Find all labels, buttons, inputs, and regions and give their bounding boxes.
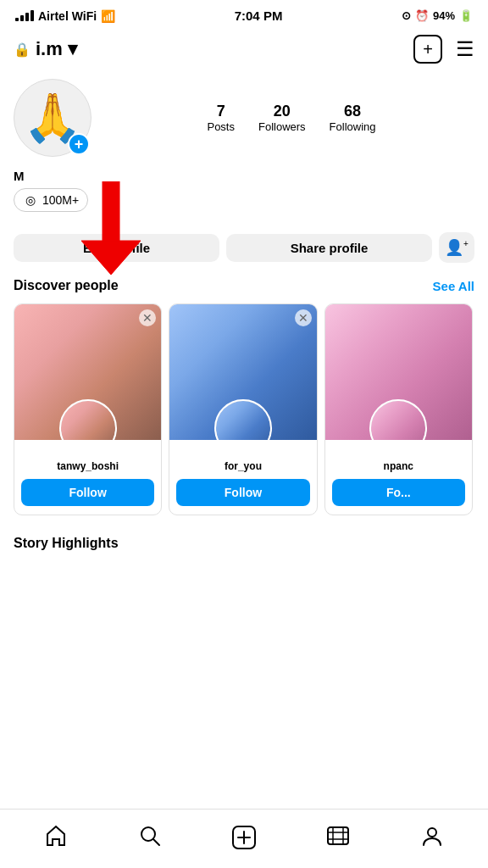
username-header[interactable]: 🔒 i.m ▾ [14,38,77,60]
add-icon: + [423,40,433,59]
card-cover-1: ✕ [14,304,161,440]
arrow-annotation [14,224,474,232]
stats-row: 7 Posts 20 Followers 68 Following [108,103,474,133]
carrier-label: Airtel WiFi [38,9,97,23]
following-stat[interactable]: 68 Following [330,103,376,133]
following-label: Following [330,120,376,133]
wifi-icon: 📶 [101,9,115,23]
home-icon [44,824,68,854]
status-right: ⊙ ⏰ 94% 🔋 [402,9,473,22]
card-cover-3 [325,304,472,440]
menu-button[interactable]: ☰ [456,37,474,61]
followers-label: Followers [258,120,306,133]
card-cover-2: ✕ [169,304,316,440]
threads-count: 100M+ [42,193,79,207]
profile-section: 🙏 + 7 Posts 20 Followers 68 Following M … [0,72,488,263]
person-card-1: ✕ tanwy_boshi Follow [14,303,162,515]
nav-search[interactable] [129,818,171,860]
nav-add[interactable] [223,818,265,860]
avatar-wrapper[interactable]: 🙏 + [14,79,92,157]
display-name: M [14,169,474,183]
card-content-2: for_you Follow [169,440,316,506]
discover-title: Discover people [14,278,119,293]
follow-button-1[interactable]: Follow [21,479,154,506]
profile-username: i.m [36,38,63,60]
share-profile-button[interactable]: Share profile [226,234,432,262]
highlights-title: Story Highlights [14,536,119,550]
threads-icon: ◎ [23,192,38,208]
new-post-button[interactable]: + [413,35,442,64]
posts-stat[interactable]: 7 Posts [207,103,235,133]
lock-icon: 🔒 [14,42,30,58]
add-post-icon [231,825,257,854]
svg-rect-7 [328,827,348,844]
followers-stat[interactable]: 20 Followers [258,103,306,133]
card-username-2: for_you [176,460,309,472]
edit-profile-button[interactable]: Edit Profile [14,234,219,262]
close-card-2[interactable]: ✕ [295,309,312,326]
card-username-1: tanwy_boshi [21,460,154,472]
followers-count: 20 [274,103,291,120]
people-cards: ✕ tanwy_boshi Follow ✕ for_you Foll [14,303,474,515]
status-bar: Airtel WiFi 📶 7:04 PM ⊙ ⏰ 94% 🔋 [0,0,488,28]
svg-line-3 [153,839,159,845]
svg-point-8 [428,828,436,837]
card-username-3: npanc [332,460,465,472]
discover-header: Discover people See All [14,278,474,293]
profile-top: 🙏 + 7 Posts 20 Followers 68 Following [14,79,474,157]
action-buttons: Edit Profile Share profile 👤+ [14,232,474,263]
svg-rect-0 [103,181,119,241]
person-card-2: ✕ for_you Follow [169,303,317,515]
person-card-3: npanc Fo... [324,303,473,515]
header: 🔒 i.m ▾ + ☰ [0,28,488,72]
discover-section: Discover people See All ✕ tanwy_boshi Fo… [0,263,488,524]
following-count: 68 [344,103,361,120]
see-all-button[interactable]: See All [433,279,474,293]
status-left: Airtel WiFi 📶 [15,9,115,23]
card-content-3: npanc Fo... [325,440,472,506]
follow-button-2[interactable]: Follow [176,479,309,506]
signal-bars [15,10,34,21]
posts-count: 7 [217,103,225,120]
nav-reels[interactable] [317,818,359,860]
threads-badge[interactable]: ◎ 100M+ [14,188,88,212]
card-content-1: tanwy_boshi Follow [14,440,161,506]
alarm-icon: ⏰ [415,9,429,22]
highlights-section: Story Highlights [0,524,488,559]
nav-home[interactable] [35,818,77,860]
battery-label: 94% [433,9,455,22]
profile-icon [420,824,444,854]
add-friend-icon: 👤+ [445,238,469,257]
time-display: 7:04 PM [235,8,283,23]
add-friend-button[interactable]: 👤+ [439,232,474,263]
dropdown-arrow[interactable]: ▾ [68,38,77,60]
bottom-nav [0,809,488,868]
reels-icon [326,824,350,854]
add-story-button[interactable]: + [68,133,90,155]
header-actions: + ☰ [413,35,474,64]
follow-button-3[interactable]: Fo... [332,479,465,506]
nav-profile[interactable] [411,818,453,860]
posts-label: Posts [207,120,235,133]
search-icon [138,824,162,854]
screen-record-icon: ⊙ [402,9,411,22]
battery-icon: 🔋 [459,9,473,22]
hamburger-icon: ☰ [456,37,474,60]
